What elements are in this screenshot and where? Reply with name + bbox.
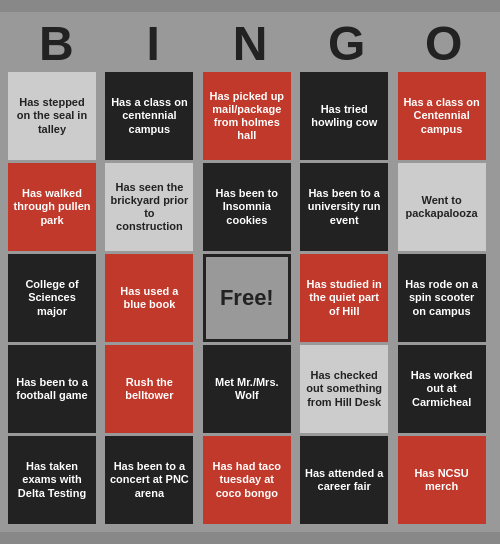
bingo-cell-18[interactable]: Has checked out something from Hill Desk bbox=[300, 345, 388, 433]
bingo-cell-17[interactable]: Met Mr./Mrs. Wolf bbox=[203, 345, 291, 433]
header-letter-b: B bbox=[12, 20, 100, 68]
bingo-card: BINGO Has stepped on the seal in talleyH… bbox=[0, 12, 500, 532]
bingo-header: BINGO bbox=[8, 20, 492, 68]
bingo-cell-21[interactable]: Has been to a concert at PNC arena bbox=[105, 436, 193, 524]
bingo-cell-7[interactable]: Has been to Insomnia cookies bbox=[203, 163, 291, 251]
bingo-cell-6[interactable]: Has seen the brickyard prior to construc… bbox=[105, 163, 193, 251]
bingo-cell-3[interactable]: Has tried howling cow bbox=[300, 72, 388, 160]
header-letter-i: I bbox=[109, 20, 197, 68]
bingo-cell-24[interactable]: Has NCSU merch bbox=[398, 436, 486, 524]
bingo-grid: Has stepped on the seal in talleyHas a c… bbox=[8, 72, 492, 524]
bingo-cell-20[interactable]: Has taken exams with Delta Testing bbox=[8, 436, 96, 524]
header-letter-o: O bbox=[400, 20, 488, 68]
bingo-cell-22[interactable]: Has had taco tuesday at coco bongo bbox=[203, 436, 291, 524]
bingo-cell-23[interactable]: Has attended a career fair bbox=[300, 436, 388, 524]
bingo-cell-8[interactable]: Has been to a university run event bbox=[300, 163, 388, 251]
bingo-cell-2[interactable]: Has picked up mail/package from holmes h… bbox=[203, 72, 291, 160]
header-letter-n: N bbox=[206, 20, 294, 68]
bingo-cell-12[interactable]: Free! bbox=[203, 254, 291, 342]
bingo-cell-11[interactable]: Has used a blue book bbox=[105, 254, 193, 342]
header-letter-g: G bbox=[303, 20, 391, 68]
bingo-cell-9[interactable]: Went to packapalooza bbox=[398, 163, 486, 251]
bingo-cell-14[interactable]: Has rode on a spin scooter on campus bbox=[398, 254, 486, 342]
bingo-cell-19[interactable]: Has worked out at Carmicheal bbox=[398, 345, 486, 433]
bingo-cell-10[interactable]: College of Sciences major bbox=[8, 254, 96, 342]
bingo-cell-16[interactable]: Rush the belltower bbox=[105, 345, 193, 433]
bingo-cell-1[interactable]: Has a class on centennial campus bbox=[105, 72, 193, 160]
bingo-cell-5[interactable]: Has walked through pullen park bbox=[8, 163, 96, 251]
bingo-cell-13[interactable]: Has studied in the quiet part of Hill bbox=[300, 254, 388, 342]
bingo-cell-4[interactable]: Has a class on Centennial campus bbox=[398, 72, 486, 160]
bingo-cell-0[interactable]: Has stepped on the seal in talley bbox=[8, 72, 96, 160]
bingo-cell-15[interactable]: Has been to a football game bbox=[8, 345, 96, 433]
